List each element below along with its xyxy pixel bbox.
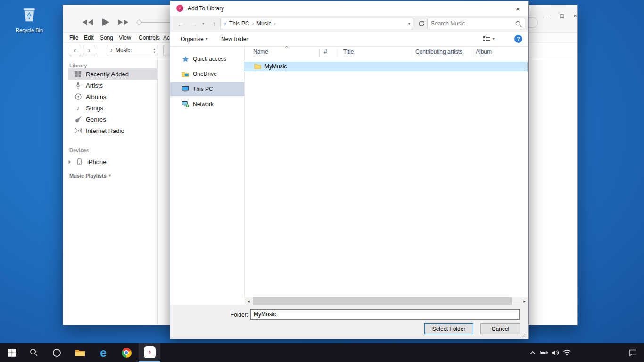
battery-icon: [540, 349, 548, 356]
itunes-taskbar-button[interactable]: ♪: [139, 343, 160, 362]
sidebar-item-iphone[interactable]: iPhone: [68, 156, 157, 167]
sidebar-item-recently-added[interactable]: Recently Added: [68, 68, 157, 80]
cortana-button[interactable]: [46, 343, 67, 362]
grid-icon: [74, 71, 82, 77]
scroll-right-button[interactable]: ▸: [520, 297, 528, 305]
scrollbar-thumb[interactable]: [253, 297, 512, 305]
address-bar[interactable]: ♪ This PC › Music › ▾: [220, 18, 413, 29]
edge-browser-button[interactable]: e: [92, 343, 114, 362]
sidebar-item-songs[interactable]: ♪ Songs: [68, 102, 157, 114]
navpane-item-network[interactable]: Network: [170, 97, 244, 111]
navpane-item-onedrive[interactable]: OneDrive: [170, 67, 244, 81]
play-button[interactable]: [102, 18, 110, 26]
navpane-item-this-pc[interactable]: This PC: [170, 82, 244, 96]
dialog-close-button[interactable]: ×: [507, 1, 528, 16]
music-note-icon: ♪: [110, 48, 113, 53]
menu-controls[interactable]: Controls: [139, 34, 160, 41]
volume-slider[interactable]: [139, 22, 170, 23]
itunes-back-button[interactable]: ‹: [69, 45, 81, 56]
chrome-button[interactable]: [116, 343, 137, 362]
itunes-forward-button[interactable]: ›: [83, 45, 95, 56]
cancel-button[interactable]: Cancel: [480, 323, 520, 334]
sidebar-item-albums[interactable]: Albums: [68, 91, 157, 102]
itunes-minimize-button[interactable]: –: [543, 13, 552, 19]
menu-song[interactable]: Song: [100, 34, 113, 41]
sidebar-divider: [157, 58, 158, 325]
breadcrumb-separator-icon: ›: [252, 21, 254, 26]
new-folder-button[interactable]: New folder: [221, 32, 248, 46]
itunes-maximize-button[interactable]: □: [557, 13, 567, 19]
recycle-bin-label: Recycle Bin: [12, 27, 46, 33]
column-header-contributing-artists[interactable]: Contributing artists: [415, 49, 462, 55]
rewind-button[interactable]: [82, 19, 93, 25]
refresh-button[interactable]: [416, 16, 427, 32]
start-button[interactable]: [1, 343, 23, 362]
sidebar-item-artists[interactable]: Artists: [68, 80, 157, 91]
forward-button[interactable]: →: [188, 16, 199, 32]
scroll-left-icon: ◂: [248, 299, 250, 304]
select-folder-button[interactable]: Select Folder: [424, 323, 473, 334]
menu-view[interactable]: View: [119, 34, 131, 41]
breadcrumb-music[interactable]: Music: [256, 20, 271, 27]
recycle-bin-shortcut[interactable]: Recycle Bin: [12, 3, 46, 33]
column-header-album[interactable]: Album: [476, 49, 492, 55]
file-explorer-button[interactable]: [69, 343, 91, 362]
address-dropdown-icon[interactable]: ▾: [408, 22, 410, 26]
up-button[interactable]: ↑: [209, 16, 219, 32]
tray-expand-button[interactable]: [527, 343, 538, 362]
back-button[interactable]: ←: [175, 16, 186, 32]
resize-grip[interactable]: [522, 332, 527, 337]
sidebar-item-internet-radio[interactable]: Internet Radio: [68, 125, 157, 136]
horizontal-scrollbar[interactable]: ◂ ▸: [245, 297, 528, 305]
dialog-navigation-band: ← → ▾ ↑ ♪ This PC › Music › ▾: [170, 16, 528, 32]
sidebar-item-genres[interactable]: Genres: [68, 114, 157, 125]
battery-status[interactable]: [538, 343, 550, 362]
organise-menu-button[interactable]: Organise ▾: [181, 32, 208, 46]
network-status[interactable]: [561, 343, 572, 362]
sidebar-item-label: Recently Added: [86, 71, 129, 78]
computer-icon: [182, 86, 189, 92]
file-row-mymusic[interactable]: MyMusic: [245, 62, 528, 71]
recent-locations-dropdown[interactable]: ▾: [200, 16, 206, 32]
iphone-icon: [76, 158, 83, 165]
dialog-command-bar: Organise ▾ New folder ▾ ?: [170, 32, 528, 47]
column-header-name[interactable]: Name: [253, 49, 268, 55]
search-icon[interactable]: [515, 21, 522, 27]
microphone-icon: [74, 82, 82, 89]
dialog-titlebar[interactable]: ♪ Add To Library ×: [170, 1, 528, 16]
help-button[interactable]: ?: [514, 35, 522, 43]
itunes-close-button[interactable]: ×: [570, 13, 580, 19]
volume-slider-knob[interactable]: [137, 20, 141, 25]
action-center-button[interactable]: [627, 343, 638, 362]
media-type-selector[interactable]: ♪ Music ▴ ▾: [107, 45, 158, 56]
search-box[interactable]: [427, 18, 525, 29]
dialog-title: Add To Library: [188, 5, 224, 12]
column-header-title[interactable]: Title: [343, 49, 354, 55]
breadcrumb-this-pc[interactable]: This PC: [229, 20, 249, 27]
new-folder-label: New folder: [221, 36, 248, 42]
sidebar-item-label: Songs: [86, 105, 103, 112]
taskbar-search-button[interactable]: [23, 343, 45, 362]
scroll-left-button[interactable]: ◂: [245, 297, 253, 305]
cortana-icon: [52, 348, 61, 357]
note-icon: ♪: [74, 105, 82, 111]
column-header-number[interactable]: #: [324, 49, 327, 55]
search-input[interactable]: [428, 18, 514, 29]
sidebar-item-label: Genres: [86, 116, 106, 123]
menu-file[interactable]: File: [69, 34, 78, 41]
navpane-item-quick-access[interactable]: Quick access: [170, 52, 244, 66]
column-divider: [472, 49, 472, 57]
caret-up-icon: ▴: [153, 47, 155, 50]
fast-forward-button[interactable]: [117, 19, 129, 25]
selector-spin-icons: ▴ ▾: [153, 47, 155, 54]
folder-icon: [254, 64, 261, 69]
folder-name-input[interactable]: [250, 309, 520, 320]
menu-edit[interactable]: Edit: [84, 34, 94, 41]
add-to-library-dialog: ♪ Add To Library × ← → ▾ ↑ ♪ This PC › M…: [170, 1, 529, 339]
volume-status[interactable]: [550, 343, 561, 362]
music-playlists-heading[interactable]: Music Playlists ▾: [69, 173, 111, 179]
column-divider: [319, 49, 320, 57]
change-view-button[interactable]: ▾: [483, 32, 495, 46]
back-chevron-icon: ‹: [74, 47, 76, 54]
forward-chevron-icon: ›: [88, 47, 91, 54]
